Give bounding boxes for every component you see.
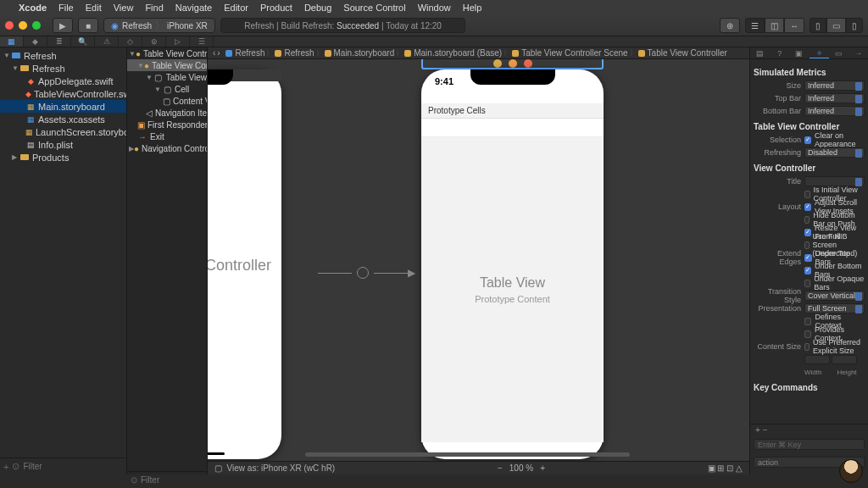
ib-canvas[interactable]: igation Controller ation Controller ▶ 9:…: [208, 59, 749, 461]
pin-icon[interactable]: ⊡: [726, 463, 733, 473]
jump-bar[interactable]: ‹ › Refresh〉 Refresh〉 Main.storyboard〉 M…: [208, 47, 749, 59]
size-popup[interactable]: Inferred: [804, 80, 865, 91]
editor-mode-segmented[interactable]: ☰ ◫ ↔: [745, 18, 804, 33]
table-view-controller-scene[interactable]: 9:41 Prototype Cells Table View Prototyp…: [421, 69, 604, 459]
outline-tvc[interactable]: ▼●Table View Controller: [127, 59, 207, 71]
debug-navigator-icon[interactable]: ⊚: [142, 36, 166, 47]
menu-source-control[interactable]: Source Control: [343, 3, 405, 13]
find-navigator-icon[interactable]: 🔍: [71, 36, 95, 47]
source-control-navigator-icon[interactable]: ◆: [24, 36, 47, 47]
canvas-scrollbar[interactable]: [208, 452, 749, 458]
left-panel-icon[interactable]: ▯: [810, 18, 826, 33]
file-launchscreen[interactable]: ▦LaunchScreen.storyboard: [0, 125, 126, 138]
scheme-selector[interactable]: ◉ Refresh 〉 iPhone XR: [103, 18, 215, 33]
report-navigator-icon[interactable]: ☰: [190, 36, 214, 47]
zoom-window-icon[interactable]: [32, 21, 41, 30]
connections-inspector-icon[interactable]: →: [849, 47, 868, 58]
app-menu[interactable]: Xcode: [19, 3, 47, 13]
outline-filter-input[interactable]: [141, 475, 248, 485]
align-icon[interactable]: ⊞: [717, 463, 724, 473]
right-panel-icon[interactable]: ▯: [846, 18, 863, 33]
filter-input[interactable]: [23, 462, 131, 471]
explicit-size-checkbox[interactable]: Use Preferred Explicit Size: [804, 338, 865, 355]
width-field[interactable]: [804, 355, 830, 364]
outline-navitem[interactable]: ◁Navigation Item: [127, 107, 207, 119]
vc-chip-icon[interactable]: [493, 59, 502, 68]
run-button[interactable]: ▶: [53, 18, 73, 33]
navigation-controller-scene[interactable]: igation Controller ation Controller: [208, 69, 281, 459]
project-navigator-icon[interactable]: ▦: [0, 36, 24, 47]
resolve-icon[interactable]: △: [736, 463, 743, 473]
menu-help[interactable]: Help: [463, 3, 482, 13]
bottom-panel-icon[interactable]: ▭: [826, 18, 846, 33]
file-appdelegate[interactable]: ◆AppDelegate.swift: [0, 75, 126, 87]
identity-inspector-icon[interactable]: ▣: [789, 47, 809, 58]
library-button[interactable]: ⊕: [720, 18, 740, 33]
menu-view[interactable]: View: [114, 3, 134, 13]
minimize-window-icon[interactable]: [19, 21, 27, 30]
file-main-storyboard[interactable]: ▦Main.storyboard: [0, 100, 126, 113]
menu-window[interactable]: Window: [418, 3, 451, 13]
scene-selection-bar[interactable]: [421, 59, 604, 69]
height-field[interactable]: [832, 355, 857, 364]
add-keycmd-icon[interactable]: +: [755, 425, 760, 435]
bottombar-popup[interactable]: Inferred: [804, 106, 865, 116]
group-refresh[interactable]: ▼Refresh: [0, 62, 126, 75]
file-tableviewcontroller[interactable]: ◆TableViewController.swift: [0, 87, 126, 100]
menu-product[interactable]: Product: [260, 3, 292, 13]
view-as-label[interactable]: View as: iPhone XR (wC hR): [227, 463, 336, 473]
transition-popup[interactable]: Cover Vertical: [804, 291, 865, 301]
test-navigator-icon[interactable]: ◇: [119, 36, 142, 47]
exit-chip-icon[interactable]: [524, 59, 532, 68]
project-root[interactable]: ▼Refresh: [0, 49, 126, 62]
assistant-editor-icon[interactable]: ◫: [765, 18, 784, 33]
symbol-navigator-icon[interactable]: ≣: [47, 36, 71, 47]
breakpoint-navigator-icon[interactable]: ▷: [166, 36, 190, 47]
group-products[interactable]: ▶Products: [0, 151, 126, 164]
prototype-cell[interactable]: [421, 119, 604, 137]
under-opaque-checkbox[interactable]: Under Opaque Bars: [804, 274, 865, 291]
menu-editor[interactable]: Editor: [224, 3, 248, 13]
menu-find[interactable]: Find: [145, 3, 163, 13]
outline-exit[interactable]: →Exit: [127, 130, 207, 142]
refreshing-popup[interactable]: Disabled: [804, 147, 865, 158]
outline-nav-scene[interactable]: ▶●Navigation Controller...: [127, 142, 207, 154]
embed-icon[interactable]: ▣: [708, 463, 715, 473]
back-icon[interactable]: ‹: [213, 48, 215, 58]
panel-toggle-segmented[interactable]: ▯ ▭ ▯: [810, 18, 863, 33]
menu-file[interactable]: File: [58, 3, 74, 13]
forward-icon[interactable]: ›: [217, 48, 220, 58]
topbar-popup[interactable]: Inferred: [804, 93, 865, 103]
version-editor-icon[interactable]: ↔: [784, 18, 804, 33]
first-responder-chip-icon[interactable]: [509, 59, 517, 68]
keycmd-key-field[interactable]: Enter ⌘ Key: [754, 439, 865, 450]
close-window-icon[interactable]: [5, 21, 14, 30]
outline-scene[interactable]: ▼●Table View Controller...: [127, 47, 207, 59]
outline-cell[interactable]: ▼▢Cell: [127, 83, 207, 95]
clear-on-appearance-checkbox[interactable]: ✓Clear on Appearance: [804, 131, 865, 148]
segue-arrow[interactable]: ▶: [318, 267, 415, 279]
outline-toggle-icon[interactable]: ▢: [214, 463, 222, 473]
file-info-plist[interactable]: ▤Info.plist: [0, 138, 126, 151]
add-icon[interactable]: +: [3, 462, 8, 472]
attributes-inspector-icon[interactable]: ⟐: [810, 47, 829, 58]
stop-button[interactable]: ■: [78, 18, 98, 33]
standard-editor-icon[interactable]: ☰: [745, 18, 765, 33]
menu-edit[interactable]: Edit: [86, 3, 102, 13]
remove-keycmd-icon[interactable]: −: [763, 425, 768, 435]
issue-navigator-icon[interactable]: ⚠: [95, 36, 119, 47]
zoom-level[interactable]: 100 %: [509, 463, 533, 473]
file-inspector-icon[interactable]: ▤: [750, 47, 770, 58]
zoom-out-icon[interactable]: −: [498, 463, 503, 473]
help-inspector-icon[interactable]: ?: [770, 47, 789, 58]
presentation-popup[interactable]: Full Screen: [804, 303, 865, 313]
size-inspector-icon[interactable]: ▭: [829, 47, 849, 58]
zoom-in-icon[interactable]: +: [540, 463, 545, 473]
menu-navigate[interactable]: Navigate: [175, 3, 212, 13]
outline-contentview[interactable]: ▢Content Vi...: [127, 95, 207, 107]
menu-debug[interactable]: Debug: [304, 3, 331, 13]
outline-tableview[interactable]: ▼▢Table View: [127, 71, 207, 83]
title-field[interactable]: [804, 176, 865, 186]
file-assets[interactable]: ▦Assets.xcassets: [0, 113, 126, 125]
outline-first-responder[interactable]: ▣First Responder: [127, 119, 207, 130]
